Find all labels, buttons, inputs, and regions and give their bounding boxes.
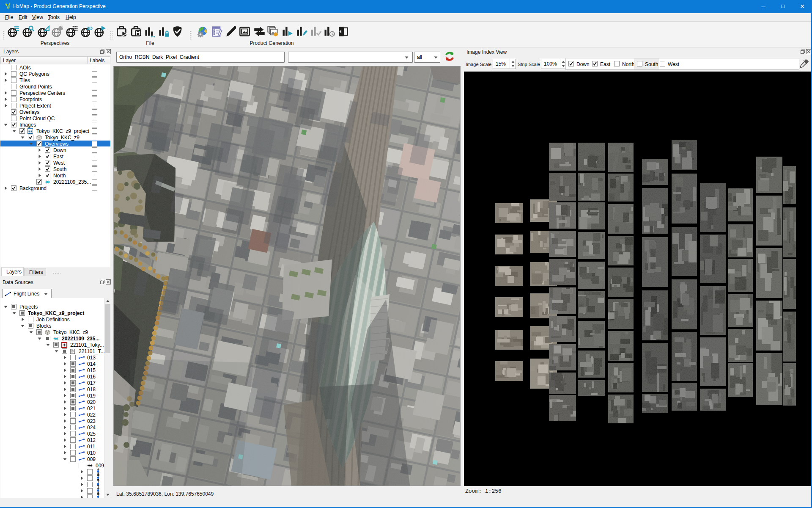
svg-text:3D: 3D (87, 26, 93, 31)
